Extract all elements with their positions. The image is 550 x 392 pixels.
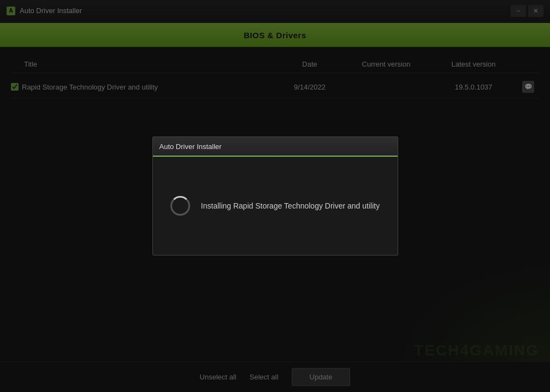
- modal-overlay: Auto Driver Installer Installing Rapid S…: [0, 0, 550, 392]
- modal-body: Installing Rapid Storage Technology Driv…: [153, 157, 398, 255]
- loading-spinner: [170, 196, 190, 216]
- modal-title: Auto Driver Installer: [159, 142, 222, 151]
- installing-content: Installing Rapid Storage Technology Driv…: [170, 196, 380, 216]
- installer-modal: Auto Driver Installer Installing Rapid S…: [152, 136, 398, 256]
- installing-text: Installing Rapid Storage Technology Driv…: [201, 200, 380, 212]
- modal-title-bar: Auto Driver Installer: [153, 137, 398, 157]
